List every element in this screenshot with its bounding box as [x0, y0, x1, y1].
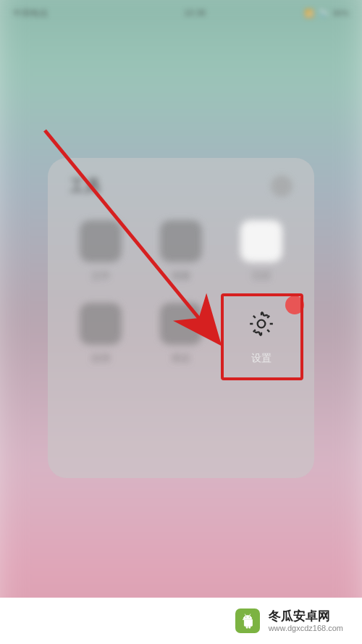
watermark-brand: 冬瓜安卓网	[269, 609, 343, 624]
folder-menu-button[interactable]	[271, 175, 292, 197]
app-grid: 文件 相册 日历 应用 商店 设置	[62, 214, 300, 371]
app-icon-3	[80, 303, 122, 345]
app-icon-4	[160, 303, 202, 345]
svg-point-3	[248, 616, 249, 617]
app-label-1: 相册	[172, 269, 190, 283]
app-label-2: 日历	[252, 269, 271, 283]
app-item-2[interactable]: 日历	[227, 220, 297, 283]
battery-status: 80%	[333, 9, 349, 17]
app-icon-0	[80, 220, 122, 262]
watermark-url: www.dgxcdz168.com	[269, 624, 343, 634]
app-label-0: 文件	[91, 269, 110, 283]
folder-popup: 工具 文件 相册 日历 应用 商店	[48, 158, 314, 478]
svg-point-0	[258, 320, 266, 328]
wifi-icon: 📡	[319, 9, 329, 18]
signal-icon: 📶	[304, 9, 314, 18]
svg-point-2	[245, 616, 246, 617]
app-icon-1	[160, 220, 202, 262]
app-label-3: 应用	[91, 352, 110, 365]
notification-badge	[285, 296, 304, 314]
app-item-settings[interactable]: 设置	[227, 303, 297, 365]
app-label-settings: 设置	[251, 352, 272, 365]
watermark-bar: 冬瓜安卓网 www.dgxcdz168.com	[0, 598, 362, 644]
app-label-4: 商店	[172, 352, 190, 365]
status-icons: 📶 📡 80%	[304, 9, 349, 18]
app-icon-2	[240, 220, 282, 262]
android-logo-icon	[235, 609, 260, 633]
status-bar: 中国电信 10:38 📶 📡 80%	[0, 0, 362, 26]
gear-icon	[240, 303, 282, 345]
app-item-1[interactable]: 相册	[146, 220, 216, 283]
folder-title: 工具	[70, 175, 101, 197]
app-item-3[interactable]: 应用	[65, 303, 135, 365]
carrier-label: 中国电信	[13, 7, 85, 20]
app-item-0[interactable]: 文件	[65, 220, 135, 283]
time-label: 10:38	[85, 8, 304, 18]
app-item-4[interactable]: 商店	[146, 303, 216, 365]
